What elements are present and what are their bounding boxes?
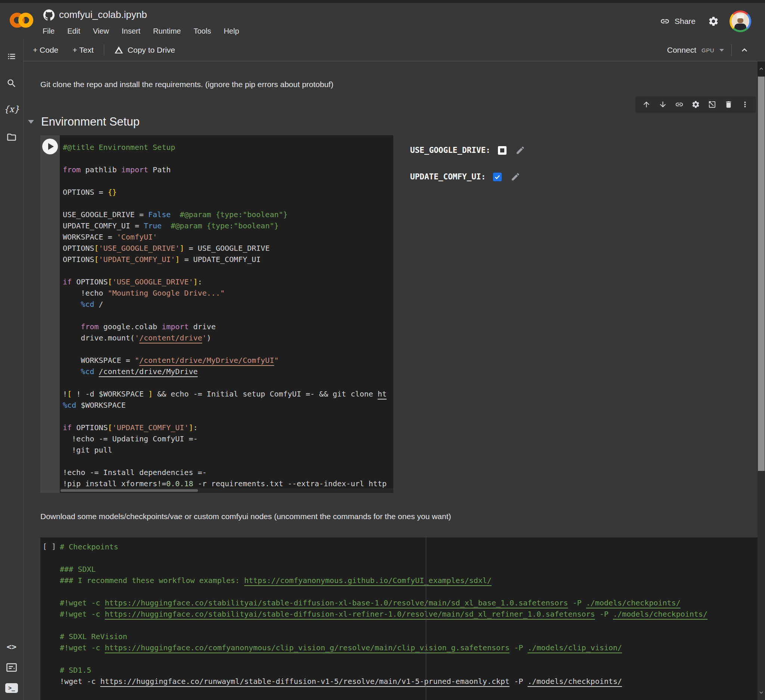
play-icon [48, 143, 54, 150]
edit-field-icon[interactable] [511, 172, 520, 181]
collapse-header-icon[interactable] [739, 45, 750, 55]
scroll-down-arrow-icon[interactable] [757, 685, 765, 700]
menu-item-view[interactable]: View [93, 27, 109, 36]
left-sidebar: {x} <> >_ [0, 39, 24, 700]
copy-cell-link-icon[interactable] [675, 100, 683, 109]
settings-gear-icon[interactable] [708, 16, 719, 27]
section-title[interactable]: Environment Setup [41, 114, 140, 130]
code-line [63, 344, 394, 355]
search-icon[interactable] [6, 78, 17, 88]
code-area[interactable]: #@title Environment Setup from pathlib i… [60, 135, 394, 493]
cell-toolbar [636, 96, 756, 112]
execution-indicator[interactable]: [ ] [42, 542, 56, 551]
code-line: ### SDXL [60, 564, 757, 575]
code-line [60, 653, 757, 664]
markdown-cell-2[interactable]: Download some models/checkpoints/vae or … [40, 511, 451, 522]
copy-to-drive-button[interactable]: Copy to Drive [128, 46, 175, 55]
form-row: USE_GOOGLE_DRIVE: [410, 145, 745, 155]
code-line: UPDATE_COMFY_UI = True #@param {type:"bo… [63, 220, 394, 231]
mirror-cell-icon[interactable] [708, 100, 716, 109]
avatar[interactable] [729, 11, 751, 32]
colab-logo-ring-right [18, 13, 33, 28]
share-link-icon[interactable] [660, 16, 670, 26]
connect-button[interactable]: Connect [667, 46, 696, 55]
use-google-drive-checkbox[interactable] [498, 146, 507, 155]
move-cell-up-icon[interactable] [642, 100, 651, 109]
code-line: USE_GOOGLE_DRIVE = False #@param {type:"… [63, 209, 394, 220]
code-line: !echo -= Updating ComfyUI =- [63, 433, 394, 445]
editor-column-ruler [426, 538, 426, 700]
edit-field-icon[interactable] [515, 145, 525, 155]
share-button[interactable]: Share [675, 17, 696, 26]
toolbar-divider [104, 44, 104, 56]
menubar: FileEditViewInsertRuntimeToolsHelp [42, 27, 239, 36]
command-palette-icon[interactable] [6, 663, 17, 672]
menu-item-edit[interactable]: Edit [67, 27, 80, 36]
code-line [63, 153, 394, 164]
code-line: %cd /content/drive/MyDrive [63, 366, 394, 377]
connect-caret-icon[interactable] [719, 49, 724, 52]
code-line: ![ ! -d $WORKSPACE ] && echo -= Initial … [63, 388, 394, 399]
code-line: if OPTIONS['USE_GOOGLE_DRIVE']: [63, 276, 394, 287]
code-line: from google.colab import drive [63, 321, 394, 332]
horizontal-scrollbar-thumb[interactable] [60, 489, 198, 492]
markdown-cell-1[interactable]: Git clone the repo and install the requi… [40, 79, 333, 90]
scroll-up-arrow-icon[interactable] [757, 61, 765, 76]
code-line: %cd $WORKSPACE [63, 399, 394, 411]
code-line: # Checkpoints [60, 541, 757, 552]
code-line: #!wget -c https://huggingface.co/stabili… [60, 609, 757, 620]
header: comfyui_colab.ipynb FileEditViewInsertRu… [0, 3, 765, 39]
horizontal-scrollbar[interactable] [60, 488, 394, 493]
add-text-button[interactable]: + Text [72, 46, 93, 55]
code-line: drive.mount('/content/drive') [63, 332, 394, 344]
colab-logo-icon[interactable] [10, 13, 33, 28]
code-line: ### I recommend these workflow examples:… [60, 575, 757, 586]
menu-item-tools[interactable]: Tools [194, 27, 211, 36]
notebook-title[interactable]: comfyui_colab.ipynb [59, 9, 147, 20]
code-line [63, 456, 394, 467]
code-line: #@title Environment Setup [63, 142, 394, 153]
code-line: !wget -c https://huggingface.co/runwayml… [60, 676, 757, 687]
code-line: !git pull [63, 445, 394, 456]
code-line [63, 377, 394, 388]
form-row: UPDATE_COMFY_UI: [410, 172, 745, 181]
code-area[interactable]: # Checkpoints ### SDXL### I recommend th… [60, 541, 757, 700]
code-line [63, 265, 394, 276]
window-top-strip [0, 0, 765, 3]
menu-item-help[interactable]: Help [224, 27, 239, 36]
delete-cell-icon[interactable] [724, 100, 733, 109]
code-line: from pathlib import Path [63, 164, 394, 175]
cell-settings-icon[interactable] [691, 100, 700, 109]
section-collapse-icon[interactable] [28, 120, 34, 124]
code-line: WORKSPACE = "/content/drive/MyDrive/Comf… [63, 355, 394, 366]
files-icon[interactable] [6, 132, 17, 142]
update-comfy-ui-checkbox[interactable] [493, 173, 502, 181]
colab-app: comfyui_colab.ipynb FileEditViewInsertRu… [0, 0, 765, 700]
more-vert-icon[interactable] [741, 100, 749, 109]
variables-icon[interactable]: {x} [4, 104, 19, 114]
terminal-icon[interactable]: >_ [5, 683, 18, 693]
code-snippets-icon[interactable]: <> [7, 642, 17, 651]
github-icon [43, 9, 55, 20]
code-editor[interactable]: #@title Environment Setup from pathlib i… [40, 135, 394, 493]
vertical-scrollbar[interactable] [757, 61, 765, 700]
section-header: Environment Setup [28, 114, 140, 130]
toc-icon[interactable] [6, 51, 17, 61]
move-cell-down-icon[interactable] [658, 100, 667, 109]
vertical-scrollbar-thumb[interactable] [758, 77, 765, 471]
menu-item-file[interactable]: File [42, 27, 55, 36]
run-cell-button[interactable] [42, 139, 58, 155]
add-code-button[interactable]: + Code [33, 46, 58, 55]
avatar-photo [731, 12, 749, 30]
notebook-title-row: comfyui_colab.ipynb [43, 9, 147, 20]
code-line [63, 310, 394, 321]
code-line: !echo "Mounting Google Drive..." [63, 287, 394, 299]
code-cell-environment-setup: #@title Environment Setup from pathlib i… [40, 135, 745, 493]
code-line: %cd / [63, 299, 394, 310]
menu-item-runtime[interactable]: Runtime [153, 27, 181, 36]
code-line: OPTIONS['USE_GOOGLE_DRIVE'] = USE_GOOGLE… [63, 243, 394, 254]
code-cell-checkpoints[interactable]: [ ] # Checkpoints ### SDXL### I recommen… [40, 538, 757, 700]
connect-divider [731, 44, 732, 56]
connect-accelerator-badge: GPU [702, 47, 714, 54]
menu-item-insert[interactable]: Insert [122, 27, 140, 36]
